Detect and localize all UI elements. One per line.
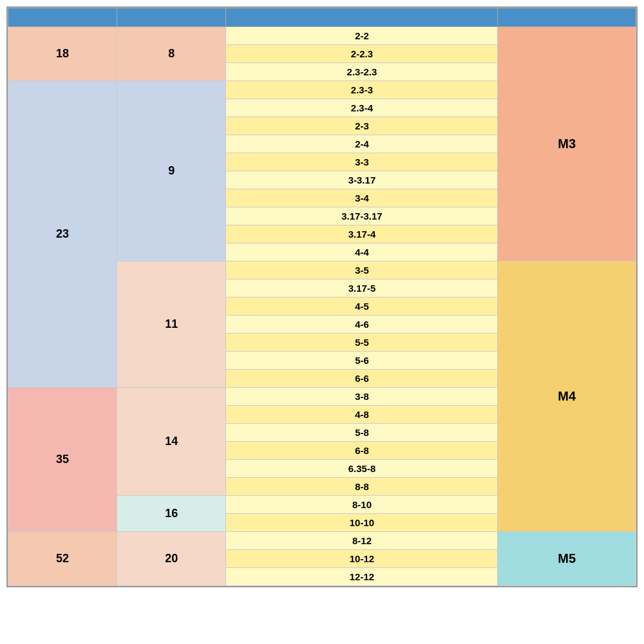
length-cell: 35 bbox=[8, 388, 117, 532]
length-cell: 23 bbox=[8, 81, 117, 388]
d1d2-cell: 4-4 bbox=[226, 243, 498, 261]
d1d2-cell: 8-8 bbox=[226, 478, 498, 496]
d1d2-cell: 3.17-3.17 bbox=[226, 207, 498, 225]
d1d2-cell: 4-8 bbox=[226, 406, 498, 424]
d1d2-cell: 2-3 bbox=[226, 117, 498, 135]
length-cell: 18 bbox=[8, 27, 117, 81]
d1d2-cell: 4-6 bbox=[226, 316, 498, 334]
d1d2-cell: 8-10 bbox=[226, 496, 498, 514]
d1d2-cell: 8-12 bbox=[226, 532, 498, 550]
d1d2-cell: 4-5 bbox=[226, 298, 498, 316]
table-row: 52208-12M5 bbox=[8, 532, 636, 550]
d1d2-cell: 2-2 bbox=[226, 27, 498, 45]
d1d2-cell: 3-3 bbox=[226, 153, 498, 171]
d1d2-cell: 6-6 bbox=[226, 370, 498, 388]
d1d2-cell: 2.3-4 bbox=[226, 99, 498, 117]
main-table: 1882-2M32-2.32.3-2.32392.3-32.3-42-32-43… bbox=[6, 6, 638, 587]
lock-screw-cell: M3 bbox=[498, 27, 636, 261]
header-outer bbox=[117, 8, 226, 27]
d1d2-cell: 10-10 bbox=[226, 514, 498, 532]
d1d2-cell: 3-8 bbox=[226, 388, 498, 406]
outer-diameter-cell: 8 bbox=[117, 27, 226, 81]
header-d1d2 bbox=[226, 8, 498, 27]
d1d2-cell: 12-12 bbox=[226, 568, 498, 586]
d1d2-cell: 6-8 bbox=[226, 442, 498, 460]
table-row: 1882-2M3 bbox=[8, 27, 636, 45]
d1d2-cell: 3-5 bbox=[226, 261, 498, 279]
d1d2-cell: 5-5 bbox=[226, 334, 498, 352]
d1d2-cell: 2.3-3 bbox=[226, 81, 498, 99]
outer-diameter-cell: 16 bbox=[117, 496, 226, 532]
d1d2-cell: 10-12 bbox=[226, 550, 498, 568]
outer-diameter-cell: 20 bbox=[117, 532, 226, 586]
d1d2-cell: 3.17-5 bbox=[226, 279, 498, 298]
d1d2-cell: 5-6 bbox=[226, 352, 498, 370]
d1d2-cell: 6.35-8 bbox=[226, 460, 498, 478]
header-lock bbox=[498, 8, 636, 27]
length-cell: 52 bbox=[8, 532, 117, 586]
d1d2-cell: 2.3-2.3 bbox=[226, 63, 498, 81]
lock-screw-cell: M4 bbox=[498, 261, 636, 532]
outer-diameter-cell: 11 bbox=[117, 261, 226, 388]
outer-diameter-cell: 14 bbox=[117, 388, 226, 496]
d1d2-cell: 2-2.3 bbox=[226, 45, 498, 63]
header-length bbox=[8, 8, 117, 27]
d1d2-cell: 3-3.17 bbox=[226, 171, 498, 189]
d1d2-cell: 3.17-4 bbox=[226, 225, 498, 243]
d1d2-cell: 5-8 bbox=[226, 424, 498, 442]
lock-screw-cell: M5 bbox=[498, 532, 636, 586]
outer-diameter-cell: 9 bbox=[117, 81, 226, 261]
d1d2-cell: 2-4 bbox=[226, 135, 498, 153]
d1d2-cell: 3-4 bbox=[226, 189, 498, 207]
